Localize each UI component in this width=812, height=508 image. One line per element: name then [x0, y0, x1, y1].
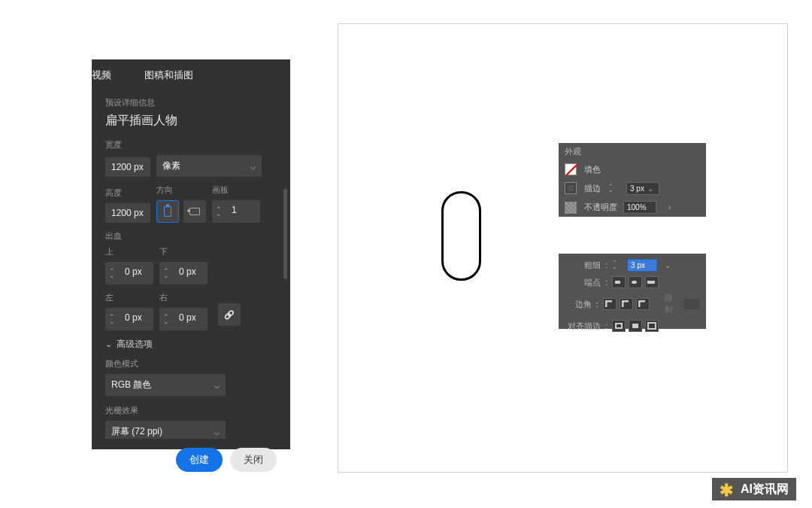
svg-rect-5: [648, 323, 656, 329]
new-document-panel: 视频 图稿和插图 预设详细信息 扁平插画人物 宽度 1200 px 像素 高度 …: [92, 59, 290, 449]
bleed-right-stepper[interactable]: [159, 308, 173, 330]
svg-rect-2: [647, 281, 655, 284]
cap-label: 端点: [565, 277, 601, 288]
stroke-label: 描边: [584, 183, 601, 194]
artboards-label: 画板: [212, 184, 260, 196]
appearance-panel: 外观 填色 描边 3 px⌄ 不透明度 100% ›: [559, 143, 706, 217]
units-select[interactable]: 像素: [156, 155, 262, 177]
color-mode-label: 颜色模式: [105, 358, 277, 370]
watermark: AI资讯网: [712, 478, 796, 500]
opacity-input[interactable]: 100%: [623, 201, 656, 214]
raster-effects-select[interactable]: 屏幕 (72 ppi): [105, 421, 226, 439]
svg-rect-1: [632, 281, 637, 284]
opacity-row[interactable]: 不透明度 100% ›: [559, 198, 706, 217]
height-label: 高度: [105, 187, 150, 199]
bleed-link-button[interactable]: [218, 303, 241, 326]
bleed-top-stepper[interactable]: [105, 262, 119, 284]
fill-row[interactable]: 填色: [559, 160, 706, 178]
stroke-panel: 粗细: 3 px ⌄ 端点: 边角: 限制 对齐描边:: [559, 254, 706, 329]
align-stroke-label: 对齐描边: [565, 321, 601, 332]
appearance-panel-title: 外观: [559, 143, 706, 160]
bleed-left-input[interactable]: 0 px: [119, 308, 153, 330]
close-button[interactable]: 关闭: [230, 448, 277, 472]
width-label: 宽度: [105, 139, 277, 151]
rounded-rectangle-shape[interactable]: [441, 191, 481, 281]
fill-label: 填色: [584, 164, 601, 175]
svg-rect-0: [615, 281, 620, 284]
stroke-row[interactable]: 描边 3 px⌄: [559, 178, 706, 198]
width-input[interactable]: 1200 px: [105, 157, 150, 177]
bleed-right-label: 右: [159, 292, 208, 303]
orientation-label: 方向: [156, 184, 206, 196]
cap-projecting-button[interactable]: [645, 276, 659, 288]
scrollbar-thumb[interactable]: [283, 189, 287, 279]
corner-bevel-button[interactable]: [636, 298, 650, 310]
cap-round-button[interactable]: [629, 276, 642, 288]
opacity-swatch-icon[interactable]: [565, 202, 577, 214]
bleed-top-label: 上: [105, 246, 153, 257]
dialog-buttons: 创建 关闭: [92, 439, 290, 472]
limit-input[interactable]: [684, 299, 700, 309]
bleed-right-input[interactable]: 0 px: [173, 308, 208, 330]
create-button[interactable]: 创建: [176, 448, 223, 472]
orientation-portrait-button[interactable]: [156, 200, 179, 223]
advanced-options-toggle[interactable]: 高级选项: [105, 338, 277, 351]
watermark-text: AI资讯网: [741, 482, 789, 497]
limit-label: 限制: [665, 293, 677, 315]
link-icon: [224, 309, 235, 320]
stroke-weight-stepper[interactable]: [608, 181, 619, 195]
tab-video[interactable]: 视频: [92, 68, 111, 82]
align-outside-button[interactable]: [645, 320, 659, 332]
height-input[interactable]: 1200 px: [105, 203, 150, 223]
svg-rect-3: [616, 324, 622, 328]
opacity-expand-icon[interactable]: ›: [668, 203, 671, 211]
weight-stepper[interactable]: [612, 258, 623, 272]
artboards-stepper[interactable]: [212, 200, 226, 223]
tab-illustration[interactable]: 图稿和插图: [144, 68, 193, 82]
raster-effects-label: 光栅效果: [105, 405, 277, 416]
bleed-left-label: 左: [105, 292, 153, 303]
corner-miter-button[interactable]: [603, 298, 617, 310]
align-inside-button[interactable]: [629, 320, 642, 332]
corner-label: 边角: [565, 299, 592, 310]
flower-icon: [720, 481, 736, 497]
artboard-canvas[interactable]: [338, 23, 788, 473]
fill-swatch-none-icon[interactable]: [565, 163, 577, 175]
color-mode-select[interactable]: RGB 颜色: [105, 374, 226, 396]
weight-input[interactable]: 3 px: [627, 259, 657, 272]
category-tabs: 视频 图稿和插图: [92, 59, 290, 91]
orientation-landscape-button[interactable]: [183, 200, 206, 223]
artboards-input[interactable]: 1: [226, 200, 260, 223]
chevron-down-icon[interactable]: ⌄: [647, 184, 653, 193]
stroke-weight-input[interactable]: 3 px⌄: [626, 182, 659, 195]
cap-butt-button[interactable]: [612, 276, 626, 288]
corner-round-button[interactable]: [620, 298, 633, 310]
bleed-bottom-label: 下: [159, 246, 208, 257]
weight-label: 粗细: [565, 260, 601, 271]
bleed-label: 出血: [105, 230, 277, 242]
stroke-swatch-icon[interactable]: [565, 182, 577, 194]
opacity-label: 不透明度: [584, 202, 617, 213]
bleed-bottom-stepper[interactable]: [159, 262, 173, 284]
weight-chevron-icon[interactable]: ⌄: [665, 261, 671, 269]
align-center-button[interactable]: [612, 320, 626, 332]
bleed-top-input[interactable]: 0 px: [119, 262, 153, 284]
bleed-left-stepper[interactable]: [105, 308, 119, 330]
preset-detail-label: 预设详细信息: [105, 97, 277, 108]
preset-details: 预设详细信息 扁平插画人物 宽度 1200 px 像素 高度 1200 px 方…: [92, 91, 290, 439]
bleed-bottom-input[interactable]: 0 px: [173, 262, 208, 284]
svg-rect-4: [632, 324, 638, 328]
preset-title: 扁平插画人物: [105, 113, 277, 129]
